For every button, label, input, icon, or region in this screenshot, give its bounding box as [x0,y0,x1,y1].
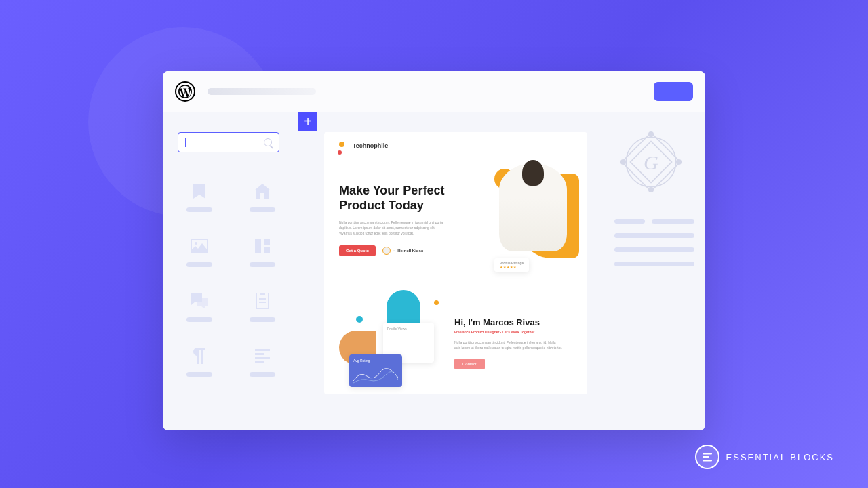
svg-rect-20 [703,453,712,455]
svg-point-17 [621,160,625,164]
brand-row: Technophile [339,142,572,150]
image-icon [191,238,208,254]
setting-placeholder [614,262,694,266]
title-placeholder [208,88,316,95]
block-inserter-panel [163,112,298,430]
svg-rect-5 [256,293,269,309]
svg-point-1 [195,242,197,245]
bar-chart [387,333,430,350]
svg-rect-2 [255,239,261,253]
setting-placeholder [614,219,645,224]
editor-canvas[interactable]: Technophile Make Your Perfect Product To… [298,112,604,430]
setting-placeholder [614,247,694,252]
svg-point-18 [677,160,681,164]
cta-button[interactable]: Get a Quote [339,245,376,256]
intro-subtitle: Freelance Product Designer · Let's Work … [454,330,572,334]
gutenberg-logo-icon: G [614,125,688,199]
svg-rect-12 [255,361,264,363]
avatar-icon [382,247,391,255]
essential-blocks-icon [695,445,719,469]
block-clipboard[interactable] [241,293,283,322]
block-layout[interactable] [241,238,283,267]
svg-rect-11 [255,357,270,359]
intro-description: Nulla porttitor accumsan tincidunt. Pell… [454,340,563,350]
block-align[interactable] [241,348,283,377]
svg-rect-6 [260,293,265,295]
svg-point-15 [649,132,653,136]
hero-description: Nulla porttitor accumsan tincidunt. Pell… [339,220,448,236]
setting-placeholder [652,219,694,224]
hero-image: Profile Ratings ★★★★★ [474,163,579,265]
svg-rect-7 [259,298,266,300]
svg-rect-4 [264,247,270,253]
footer-brand: ESSENTIAL BLOCKS [695,445,834,469]
stats-visual: Profile Views 50M+ Avg Rating [339,310,441,385]
hero-title: Make Your Perfect Product Today [339,184,454,213]
brand-name: Technophile [353,142,388,149]
home-icon [254,183,271,199]
editor-header [163,71,705,112]
svg-rect-21 [703,456,709,458]
settings-panel: G [604,112,705,430]
block-chat[interactable] [178,293,220,322]
setting-placeholder [614,233,694,238]
editor-window: + [163,71,705,430]
block-home[interactable] [241,183,283,212]
block-bookmark[interactable] [178,183,220,212]
chat-icon [191,293,208,309]
clipboard-icon [254,293,271,309]
svg-text:G: G [644,151,658,174]
search-icon [264,138,272,146]
block-image[interactable] [178,238,220,267]
publish-button[interactable] [654,82,693,101]
template-preview: Technophile Make Your Perfect Product To… [324,132,587,394]
search-input[interactable] [178,132,279,152]
svg-rect-3 [264,239,270,245]
paragraph-icon [191,348,208,364]
contact-button[interactable]: Contact [454,359,485,369]
align-icon [254,348,271,364]
svg-point-16 [649,188,653,192]
svg-rect-9 [255,349,270,351]
line-chart-card: Avg Rating [349,354,402,387]
intro-heading: Hi, I'm Marcos Rivas [454,317,572,327]
bookmark-icon [191,183,208,199]
add-block-button[interactable]: + [298,112,317,131]
author-badge: • Heinoll Kidso [382,247,423,255]
footer-brand-text: ESSENTIAL BLOCKS [726,452,834,462]
svg-rect-10 [255,353,264,355]
wordpress-logo-icon[interactable] [175,81,195,102]
layout-icon [254,238,271,254]
svg-rect-22 [703,460,712,462]
block-paragraph[interactable] [178,348,220,377]
rating-box: Profile Ratings ★★★★★ [494,258,529,272]
svg-rect-8 [259,302,266,303]
